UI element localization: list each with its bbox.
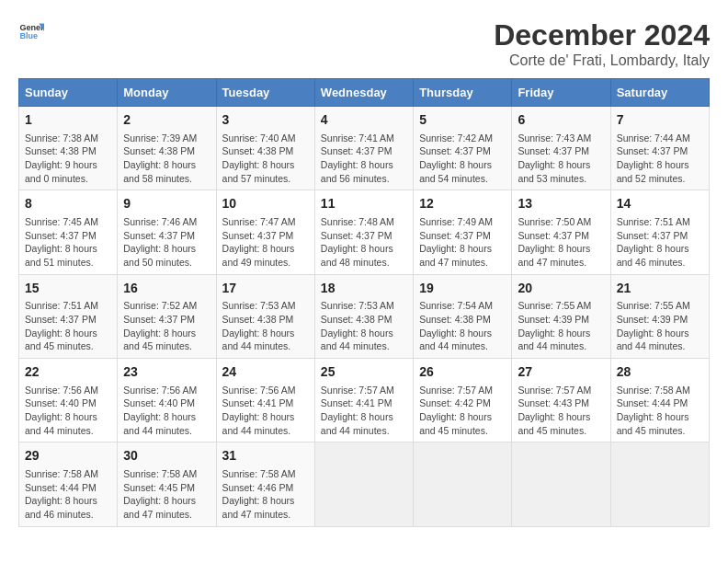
day-number: 24 xyxy=(222,363,309,382)
day-number: 11 xyxy=(321,195,407,213)
calendar-body: 1Sunrise: 7:38 AM Sunset: 4:38 PM Daylig… xyxy=(19,107,710,527)
calendar-cell: 10Sunrise: 7:47 AM Sunset: 4:37 PM Dayli… xyxy=(216,190,314,274)
calendar-cell: 14Sunrise: 7:51 AM Sunset: 4:37 PM Dayli… xyxy=(610,190,709,274)
calendar-cell: 27Sunrise: 7:57 AM Sunset: 4:43 PM Dayli… xyxy=(512,359,610,442)
day-info: Sunrise: 7:40 AM Sunset: 4:38 PM Dayligh… xyxy=(222,132,309,186)
logo: General Blue xyxy=(18,18,44,44)
calendar-cell: 16Sunrise: 7:52 AM Sunset: 4:37 PM Dayli… xyxy=(118,274,216,358)
calendar-cell: 2Sunrise: 7:39 AM Sunset: 4:38 PM Daylig… xyxy=(118,107,216,190)
day-info: Sunrise: 7:38 AM Sunset: 4:38 PM Dayligh… xyxy=(25,132,111,186)
day-number: 13 xyxy=(518,195,604,213)
calendar-cell: 7Sunrise: 7:44 AM Sunset: 4:37 PM Daylig… xyxy=(610,107,709,190)
calendar-table: SundayMondayTuesdayWednesdayThursdayFrid… xyxy=(18,78,710,527)
calendar-cell: 11Sunrise: 7:48 AM Sunset: 4:37 PM Dayli… xyxy=(314,190,413,274)
svg-text:Blue: Blue xyxy=(19,31,38,40)
day-number: 30 xyxy=(123,447,210,465)
day-info: Sunrise: 7:41 AM Sunset: 4:37 PM Dayligh… xyxy=(321,132,407,186)
day-number: 23 xyxy=(123,363,210,382)
day-number: 31 xyxy=(222,447,309,465)
weekday-header: Wednesday xyxy=(314,79,413,107)
day-info: Sunrise: 7:52 AM Sunset: 4:37 PM Dayligh… xyxy=(123,299,210,353)
day-number: 14 xyxy=(617,195,703,213)
calendar-cell: 6Sunrise: 7:43 AM Sunset: 4:37 PM Daylig… xyxy=(512,107,610,190)
day-info: Sunrise: 7:44 AM Sunset: 4:37 PM Dayligh… xyxy=(617,132,703,186)
day-info: Sunrise: 7:42 AM Sunset: 4:37 PM Dayligh… xyxy=(419,132,506,186)
day-number: 2 xyxy=(123,111,210,130)
calendar-cell: 13Sunrise: 7:50 AM Sunset: 4:37 PM Dayli… xyxy=(512,190,610,274)
calendar-week-row: 8Sunrise: 7:45 AM Sunset: 4:37 PM Daylig… xyxy=(19,190,710,274)
calendar-cell: 12Sunrise: 7:49 AM Sunset: 4:37 PM Dayli… xyxy=(414,190,512,274)
day-number: 25 xyxy=(321,363,407,382)
day-info: Sunrise: 7:50 AM Sunset: 4:37 PM Dayligh… xyxy=(518,215,604,270)
header: General Blue December 2024 Corte de' Fra… xyxy=(18,18,710,69)
day-number: 15 xyxy=(25,280,111,298)
day-info: Sunrise: 7:58 AM Sunset: 4:44 PM Dayligh… xyxy=(617,384,703,438)
calendar-week-row: 29Sunrise: 7:58 AM Sunset: 4:44 PM Dayli… xyxy=(19,442,710,526)
weekday-header: Thursday xyxy=(414,79,512,107)
day-number: 20 xyxy=(518,280,604,298)
calendar-cell: 5Sunrise: 7:42 AM Sunset: 4:37 PM Daylig… xyxy=(414,107,512,190)
day-number: 5 xyxy=(419,111,506,130)
calendar-cell: 28Sunrise: 7:58 AM Sunset: 4:44 PM Dayli… xyxy=(610,359,709,442)
day-info: Sunrise: 7:51 AM Sunset: 4:37 PM Dayligh… xyxy=(617,215,703,270)
day-info: Sunrise: 7:57 AM Sunset: 4:42 PM Dayligh… xyxy=(419,384,506,438)
calendar-cell: 30Sunrise: 7:58 AM Sunset: 4:45 PM Dayli… xyxy=(118,442,216,526)
day-number: 10 xyxy=(222,195,309,213)
calendar-cell xyxy=(314,442,413,526)
day-info: Sunrise: 7:58 AM Sunset: 4:45 PM Dayligh… xyxy=(123,467,210,522)
weekday-header: Saturday xyxy=(610,79,709,107)
calendar-cell xyxy=(610,442,709,526)
day-number: 17 xyxy=(222,280,309,298)
day-info: Sunrise: 7:56 AM Sunset: 4:40 PM Dayligh… xyxy=(25,384,111,438)
day-info: Sunrise: 7:57 AM Sunset: 4:41 PM Dayligh… xyxy=(321,384,407,438)
calendar-header-row: SundayMondayTuesdayWednesdayThursdayFrid… xyxy=(19,79,710,107)
day-info: Sunrise: 7:53 AM Sunset: 4:38 PM Dayligh… xyxy=(321,299,407,353)
calendar-cell: 1Sunrise: 7:38 AM Sunset: 4:38 PM Daylig… xyxy=(19,107,118,190)
day-info: Sunrise: 7:55 AM Sunset: 4:39 PM Dayligh… xyxy=(518,299,604,353)
calendar-cell: 4Sunrise: 7:41 AM Sunset: 4:37 PM Daylig… xyxy=(314,107,413,190)
day-info: Sunrise: 7:56 AM Sunset: 4:41 PM Dayligh… xyxy=(222,384,309,438)
day-info: Sunrise: 7:48 AM Sunset: 4:37 PM Dayligh… xyxy=(321,215,407,270)
day-number: 3 xyxy=(222,111,309,130)
day-number: 9 xyxy=(123,195,210,213)
calendar-week-row: 15Sunrise: 7:51 AM Sunset: 4:37 PM Dayli… xyxy=(19,274,710,358)
day-number: 28 xyxy=(617,363,703,382)
day-number: 26 xyxy=(419,363,506,382)
day-info: Sunrise: 7:58 AM Sunset: 4:44 PM Dayligh… xyxy=(25,467,111,522)
calendar-week-row: 1Sunrise: 7:38 AM Sunset: 4:38 PM Daylig… xyxy=(19,107,710,190)
calendar-cell: 25Sunrise: 7:57 AM Sunset: 4:41 PM Dayli… xyxy=(314,359,413,442)
day-number: 6 xyxy=(518,111,604,130)
calendar-cell: 17Sunrise: 7:53 AM Sunset: 4:38 PM Dayli… xyxy=(216,274,314,358)
calendar-cell: 8Sunrise: 7:45 AM Sunset: 4:37 PM Daylig… xyxy=(19,190,118,274)
day-number: 21 xyxy=(617,280,703,298)
day-info: Sunrise: 7:45 AM Sunset: 4:37 PM Dayligh… xyxy=(25,215,111,270)
day-number: 27 xyxy=(518,363,604,382)
calendar-cell: 29Sunrise: 7:58 AM Sunset: 4:44 PM Dayli… xyxy=(19,442,118,526)
day-info: Sunrise: 7:43 AM Sunset: 4:37 PM Dayligh… xyxy=(518,132,604,186)
calendar-cell: 20Sunrise: 7:55 AM Sunset: 4:39 PM Dayli… xyxy=(512,274,610,358)
calendar-cell xyxy=(512,442,610,526)
day-number: 16 xyxy=(123,280,210,298)
day-info: Sunrise: 7:47 AM Sunset: 4:37 PM Dayligh… xyxy=(222,215,309,270)
day-number: 22 xyxy=(25,363,111,382)
weekday-header: Tuesday xyxy=(216,79,314,107)
day-number: 29 xyxy=(25,447,111,465)
day-number: 4 xyxy=(321,111,407,130)
calendar-cell: 18Sunrise: 7:53 AM Sunset: 4:38 PM Dayli… xyxy=(314,274,413,358)
weekday-header: Sunday xyxy=(19,79,118,107)
calendar-cell: 9Sunrise: 7:46 AM Sunset: 4:37 PM Daylig… xyxy=(118,190,216,274)
day-info: Sunrise: 7:46 AM Sunset: 4:37 PM Dayligh… xyxy=(123,215,210,270)
main-title: December 2024 xyxy=(494,18,710,52)
day-number: 1 xyxy=(25,111,111,130)
day-info: Sunrise: 7:57 AM Sunset: 4:43 PM Dayligh… xyxy=(518,384,604,438)
day-info: Sunrise: 7:58 AM Sunset: 4:46 PM Dayligh… xyxy=(222,467,309,522)
weekday-header: Friday xyxy=(512,79,610,107)
calendar-cell: 15Sunrise: 7:51 AM Sunset: 4:37 PM Dayli… xyxy=(19,274,118,358)
calendar-cell: 3Sunrise: 7:40 AM Sunset: 4:38 PM Daylig… xyxy=(216,107,314,190)
day-number: 18 xyxy=(321,280,407,298)
day-number: 12 xyxy=(419,195,506,213)
calendar-cell: 26Sunrise: 7:57 AM Sunset: 4:42 PM Dayli… xyxy=(414,359,512,442)
calendar-cell: 24Sunrise: 7:56 AM Sunset: 4:41 PM Dayli… xyxy=(216,359,314,442)
day-info: Sunrise: 7:56 AM Sunset: 4:40 PM Dayligh… xyxy=(123,384,210,438)
calendar-cell: 21Sunrise: 7:55 AM Sunset: 4:39 PM Dayli… xyxy=(610,274,709,358)
